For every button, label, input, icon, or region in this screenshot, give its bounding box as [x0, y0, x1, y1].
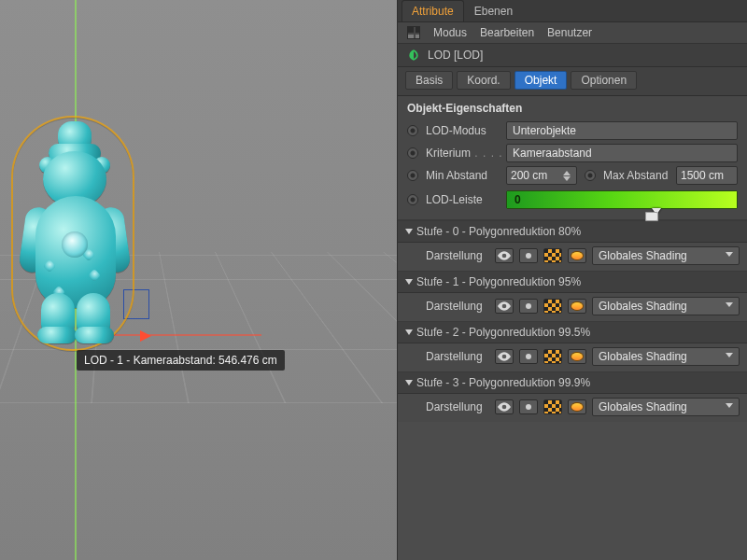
property-tabs: Basis Koord. Objekt Optionen [398, 67, 747, 96]
stage-0-title: Stufe - 0 - Polygonreduktion 80% [416, 225, 581, 238]
select-lod-modus[interactable]: Unterobjekte [506, 121, 738, 140]
shading-preview-icon[interactable] [568, 399, 586, 414]
attribute-panel: Attribute Ebenen Modus Bearbeiten Benutz… [397, 0, 747, 560]
proptab-optionen[interactable]: Optionen [571, 71, 637, 90]
radio-kriterium[interactable] [407, 147, 418, 159]
input-min-abstand[interactable]: 200 cm [506, 166, 577, 185]
stage-1-shading-value: Globales Shading [599, 300, 687, 313]
select-kriterium-value: Kameraabstand [513, 147, 592, 160]
stage-2: Stufe - 2 - Polygonreduktion 99.5% Darst… [398, 321, 747, 371]
input-max-abstand-value: 1500 cm [681, 169, 724, 182]
panel-top-tabs: Attribute Ebenen [398, 0, 747, 22]
stage-0-shading-value: Globales Shading [599, 249, 687, 262]
stage-3-darstellung-label: Darstellung [405, 400, 489, 413]
stage-1-title: Stufe - 1 - Polygonreduktion 95% [416, 275, 581, 288]
stage-2-header[interactable]: Stufe - 2 - Polygonreduktion 99.5% [398, 322, 747, 343]
menu-benutzer[interactable]: Benutzer [547, 26, 592, 39]
render-dot-icon[interactable] [519, 349, 538, 364]
label-lod-leiste: LOD-Leiste [426, 193, 506, 206]
lod-leiste-gradient [507, 191, 737, 208]
stage-0-darstellung-label: Darstellung [405, 249, 489, 262]
lod-leiste-slider[interactable]: 0 [506, 190, 738, 209]
label-max-abstand: Max Abstand [603, 169, 676, 182]
visibility-toggle-icon[interactable] [495, 349, 514, 364]
menu-modus[interactable]: Modus [433, 26, 467, 39]
section-title: Objekt-Eigenschaften [407, 102, 738, 115]
input-max-abstand[interactable]: 1500 cm [676, 166, 738, 185]
chevron-up-icon[interactable] [563, 167, 571, 175]
stage-3-shading-value: Globales Shading [599, 400, 687, 413]
checker-icon[interactable] [543, 399, 562, 414]
stage-1: Stufe - 1 - Polygonreduktion 95% Darstel… [398, 271, 747, 321]
section-objekt-eigenschaften: Objekt-Eigenschaften LOD-Modus Unterobje… [398, 96, 747, 220]
select-lod-modus-value: Unterobjekte [513, 124, 576, 137]
shading-preview-icon[interactable] [568, 248, 586, 263]
lod-object-icon [407, 49, 420, 62]
lod-leiste-value: 0 [514, 193, 521, 206]
stage-0-header[interactable]: Stufe - 0 - Polygonreduktion 80% [398, 221, 747, 243]
visibility-toggle-icon[interactable] [495, 299, 514, 314]
label-kriterium: Kriterium [426, 147, 506, 160]
disclosure-triangle-icon[interactable] [405, 229, 413, 238]
checker-icon[interactable] [543, 299, 562, 314]
chevron-down-icon[interactable] [563, 176, 571, 185]
shading-preview-icon[interactable] [568, 349, 586, 364]
figure-foot-left [37, 327, 77, 343]
dropdown-arrow-icon [726, 353, 733, 361]
disclosure-triangle-icon[interactable] [405, 279, 413, 288]
dropdown-arrow-icon [726, 302, 733, 311]
radio-min-abstand[interactable] [407, 170, 418, 181]
tab-attribute[interactable]: Attribute [402, 0, 464, 21]
proptab-koord[interactable]: Koord. [457, 71, 510, 90]
menu-bearbeiten[interactable]: Bearbeiten [480, 26, 534, 39]
panel-menubar: Modus Bearbeiten Benutzer [398, 22, 747, 44]
stage-0: Stufe - 0 - Polygonreduktion 80% Darstel… [398, 220, 747, 271]
proptab-objekt[interactable]: Objekt [514, 71, 568, 90]
stage-2-shading-select[interactable]: Globales Shading [592, 347, 740, 366]
checker-icon[interactable] [543, 349, 562, 364]
stage-1-darstellung-label: Darstellung [405, 300, 489, 313]
spinner-min-abstand[interactable] [563, 167, 572, 185]
radio-lod-modus[interactable] [407, 125, 418, 136]
radio-max-abstand[interactable] [585, 170, 596, 181]
checker-icon[interactable] [543, 248, 562, 263]
dropdown-arrow-icon [726, 252, 733, 260]
radio-lod-leiste[interactable] [407, 194, 418, 205]
proptab-basis[interactable]: Basis [405, 71, 453, 90]
select-kriterium[interactable]: Kameraabstand [506, 144, 738, 162]
disclosure-triangle-icon[interactable] [405, 329, 413, 339]
render-dot-icon[interactable] [519, 399, 538, 414]
object-name-label: LOD [LOD] [428, 49, 483, 62]
input-min-abstand-value: 200 cm [511, 169, 547, 182]
label-min-abstand: Min Abstand [426, 169, 506, 182]
stage-2-darstellung-label: Darstellung [405, 350, 489, 363]
object-header: LOD [LOD] [398, 44, 747, 67]
render-dot-icon[interactable] [519, 248, 538, 263]
panel-grid-icon[interactable] [407, 26, 420, 39]
lod-leiste-context-icon[interactable] [645, 212, 658, 221]
stage-3-title: Stufe - 3 - Polygonreduktion 99.9% [416, 376, 590, 389]
3d-viewport[interactable]: LOD - 1 - Kameraabstand: 546.476 cm [0, 0, 397, 560]
stage-3-shading-select[interactable]: Globales Shading [592, 398, 740, 416]
disclosure-triangle-icon[interactable] [405, 380, 413, 389]
stage-2-shading-value: Globales Shading [599, 350, 687, 363]
stage-3-header[interactable]: Stufe - 3 - Polygonreduktion 99.9% [398, 372, 747, 394]
label-lod-modus: LOD-Modus [426, 124, 506, 137]
visibility-toggle-icon[interactable] [495, 248, 514, 263]
render-dot-icon[interactable] [519, 299, 538, 314]
dropdown-arrow-icon [726, 403, 733, 412]
stage-0-shading-select[interactable]: Globales Shading [592, 246, 740, 265]
stage-1-header[interactable]: Stufe - 1 - Polygonreduktion 95% [398, 272, 747, 293]
selected-object-bear[interactable] [17, 121, 129, 345]
tab-ebenen[interactable]: Ebenen [464, 0, 523, 21]
gizmo-arrow-x-icon[interactable] [140, 330, 157, 342]
stage-3: Stufe - 3 - Polygonreduktion 99.9% Darst… [398, 371, 747, 422]
visibility-toggle-icon[interactable] [495, 399, 514, 414]
stage-2-title: Stufe - 2 - Polygonreduktion 99.5% [416, 326, 590, 339]
viewport-hud-label: LOD - 1 - Kameraabstand: 546.476 cm [77, 350, 285, 371]
figure-foot-right [75, 327, 114, 343]
shading-preview-icon[interactable] [568, 299, 586, 314]
stage-1-shading-select[interactable]: Globales Shading [592, 297, 740, 315]
